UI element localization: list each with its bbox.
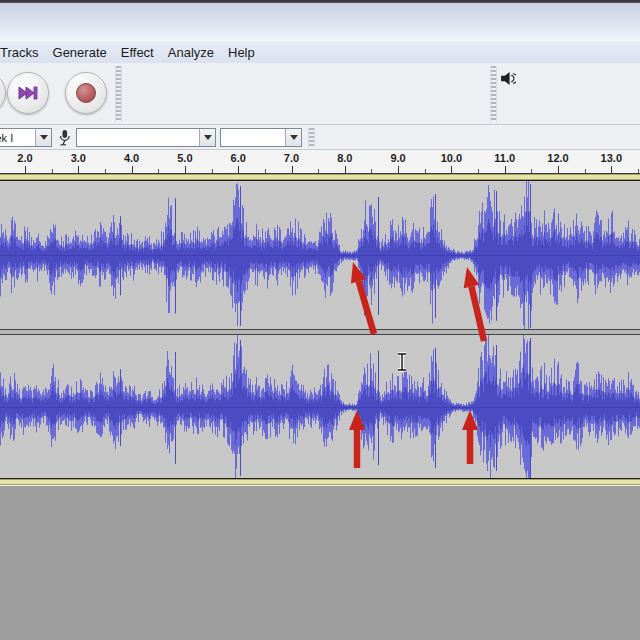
menu-analyze[interactable]: Analyze [161,43,221,62]
ruler-label: 8.0 [337,152,352,164]
ruler-label: 10.0 [441,152,462,164]
ruler-tick-major [345,166,346,173]
ruler-tick-major [398,166,399,173]
ruler-tick-major [505,166,506,173]
device-toolbar-grip[interactable] [308,128,315,147]
audio-track-2[interactable] [0,335,640,478]
chevron-down-icon [40,135,48,140]
ruler-tick-major [451,166,452,173]
ruler-tick-major [25,166,26,173]
menu-effect[interactable]: Effect [114,43,161,62]
menu-generate[interactable]: Generate [46,43,114,62]
waveform-channel-2[interactable] [0,335,640,478]
ruler-tick-minor [478,169,479,173]
record-button[interactable] [65,72,107,114]
ruler-label: 9.0 [390,152,405,164]
empty-track-area [0,486,640,640]
audio-host-combo[interactable]: ltek I [0,128,52,147]
ruler-tick-major [132,166,133,173]
ruler-label: 11.0 [494,152,515,164]
ruler-tick-major [611,166,612,173]
combo-arrow-button[interactable] [285,129,301,146]
ruler-tick-major [292,166,293,173]
ruler-tick-minor [638,169,639,173]
ruler-label: 7.0 [284,152,299,164]
ruler-tick-minor [265,169,266,173]
ruler-label: 4.0 [124,152,139,164]
transport-partial-button[interactable] [0,72,6,114]
audacity-window: Tracks Generate Effect Analyze Help [0,0,640,640]
ruler-tick-minor [371,169,372,173]
chevron-down-icon [290,135,298,140]
ruler-label: 3.0 [71,152,86,164]
recording-device-icon [57,129,72,146]
audio-track-1[interactable] [0,181,640,329]
ruler-tick-major [238,166,239,173]
mixer-toolbar-grip[interactable] [490,66,497,122]
toolbar-area: L R -24 0 [0,63,640,125]
track-bottom-border [0,479,640,485]
ruler-label: 13.0 [601,152,622,164]
record-icon [76,83,96,103]
skip-to-end-icon [17,85,39,101]
timeline-ruler[interactable]: 2.03.04.05.06.07.08.09.010.011.012.013.0 [0,150,640,174]
ruler-tick-minor [585,169,586,173]
ruler-tick-minor [105,169,106,173]
ruler-tick-major [558,166,559,173]
recording-device-combo[interactable] [76,128,216,147]
ruler-label: 2.0 [17,152,32,164]
skip-to-end-button[interactable] [7,72,49,114]
ruler-label: 5.0 [177,152,192,164]
ruler-tick-major [78,166,79,173]
ruler-tick-major [185,166,186,173]
title-bar [0,3,640,41]
tools-toolbar-grip[interactable] [115,66,122,122]
chevron-down-icon [204,135,212,140]
ruler-tick-minor [158,169,159,173]
ruler-tick-minor [212,169,213,173]
audio-host-value: ltek I [0,132,35,144]
ruler-tick-minor [52,169,53,173]
combo-arrow-button[interactable] [199,129,215,146]
ruler-tick-minor [531,169,532,173]
menu-bar: Tracks Generate Effect Analyze Help [0,41,640,63]
ruler-label: 6.0 [231,152,246,164]
ruler-label: 12.0 [547,152,568,164]
device-toolbar: ltek I [0,125,640,150]
ruler-tick-minor [318,169,319,173]
combo-arrow-button[interactable] [35,129,51,146]
menu-tracks[interactable]: Tracks [0,43,46,62]
waveform-channel-1[interactable] [0,181,640,329]
recording-channels-combo[interactable] [220,128,302,147]
ruler-tick-minor [425,169,426,173]
mixer-speaker-icon [500,71,516,86]
menu-help[interactable]: Help [221,43,262,62]
